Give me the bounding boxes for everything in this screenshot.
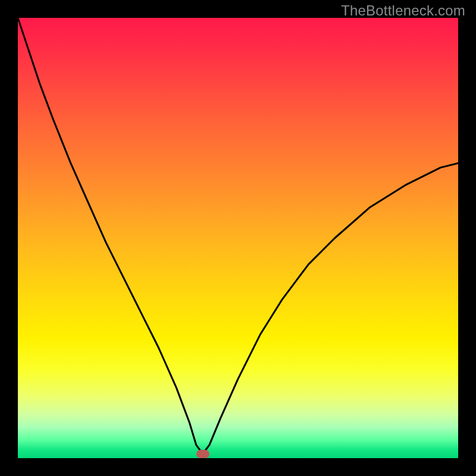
bottleneck-curve	[18, 18, 458, 458]
curve-path	[18, 18, 458, 454]
watermark-text: TheBottleneck.com	[341, 2, 465, 19]
optimal-point-marker	[196, 450, 209, 458]
plot-area	[18, 18, 458, 458]
chart-frame: TheBottleneck.com	[0, 0, 476, 476]
plot-inner	[18, 18, 458, 458]
